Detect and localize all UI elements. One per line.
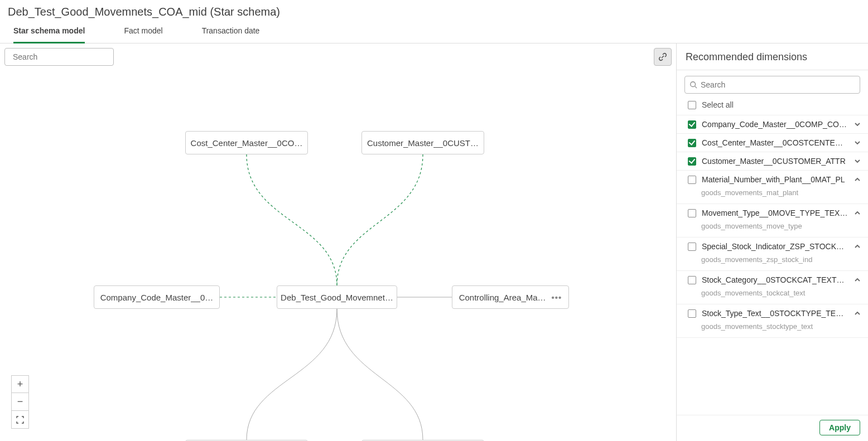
dimension-item: Company_Code_Master__0COMP_CODE_ (677, 115, 868, 134)
node-cost-center[interactable]: Cost_Center_Master__0CO… (185, 131, 308, 154)
dimension-sub-label: goods_movements_zsp_stock_ind (677, 255, 868, 270)
dimension-item: Customer_Master__0CUSTOMER_ATTR (677, 152, 868, 171)
link-icon (658, 52, 667, 61)
panel-search[interactable] (684, 76, 860, 94)
dimension-list[interactable]: Company_Code_Master__0COMP_CODE_Cost_Cen… (677, 115, 868, 415)
minus-icon: − (17, 396, 23, 408)
chevron-up-icon[interactable] (853, 176, 861, 183)
dimension-row[interactable]: Special_Stock_Indicator_ZSP_STOCK_INI (677, 238, 868, 255)
dimension-item: Movement_Type__0MOVE_TYPE_TEXT_Tgoods_mo… (677, 204, 868, 238)
dimension-checkbox[interactable] (688, 276, 696, 284)
fullscreen-icon (16, 416, 24, 424)
chevron-down-icon[interactable] (853, 139, 861, 147)
select-all-label: Select all (702, 100, 734, 109)
dimension-sub-label: goods_movements_tockcat_text (677, 289, 868, 304)
canvas-search-input[interactable] (13, 52, 110, 61)
plus-icon: + (17, 379, 23, 390)
zoom-controls: + − (11, 375, 29, 429)
dimension-label: Movement_Type__0MOVE_TYPE_TEXT_T (702, 209, 848, 217)
dimension-label: Company_Code_Master__0COMP_CODE_ (702, 120, 848, 129)
chevron-up-icon[interactable] (853, 309, 861, 317)
canvas-area[interactable]: + − Cost_Center_Master__0CO… (0, 43, 676, 441)
tab-fact-model[interactable]: Fact model (124, 26, 162, 43)
apply-button[interactable]: Apply (819, 420, 860, 435)
node-label: Company_Code_Master__0… (100, 293, 214, 302)
dimension-checkbox[interactable] (688, 243, 696, 251)
dimension-item: Cost_Center_Master__0COSTCENTER_AT (677, 134, 868, 152)
dimension-sub-label: goods_movements_stocktype_text (677, 322, 868, 337)
dimension-item: Material_Number_with_Plant__0MAT_PLgoods… (677, 171, 868, 204)
canvas-search[interactable] (4, 48, 114, 66)
node-controlling[interactable]: Controlling_Area_Ma… ••• (452, 285, 569, 309)
dimension-row[interactable]: Movement_Type__0MOVE_TYPE_TEXT_T (677, 204, 868, 222)
recommended-dimensions-panel: Recommended dimensions Select all Compan… (676, 43, 868, 441)
node-customer[interactable]: Customer_Master__0CUST… (361, 131, 484, 154)
dimension-sub-label: goods_movements_mat_plant (677, 188, 868, 203)
dimension-checkbox[interactable] (688, 139, 696, 147)
dimension-row[interactable]: Stock_Type_Text__0STOCKTYPE_TEXT_T (677, 304, 868, 322)
dimension-sub-label: goods_movements_move_type (677, 222, 868, 237)
node-label: Controlling_Area_Ma… (459, 293, 546, 302)
dimension-checkbox[interactable] (688, 176, 696, 184)
tab-bar: Star schema model Fact model Transaction… (0, 18, 868, 43)
dimension-row[interactable]: Company_Code_Master__0COMP_CODE_ (677, 115, 868, 133)
zoom-in-button[interactable]: + (11, 375, 29, 393)
dimension-label: Material_Number_with_Plant__0MAT_PL (702, 175, 848, 184)
dimension-label: Customer_Master__0CUSTOMER_ATTR (702, 157, 848, 166)
dimension-item: Stock_Category__0STOCKCAT_TEXT_TEgoods_m… (677, 271, 868, 304)
svg-line-3 (695, 86, 697, 89)
node-label: Deb_Test_Good_Movemnet… (281, 293, 393, 302)
canvas-connectors (0, 43, 676, 441)
search-icon (689, 81, 697, 89)
dimension-checkbox[interactable] (688, 120, 696, 129)
chevron-up-icon[interactable] (853, 243, 861, 250)
node-center[interactable]: Deb_Test_Good_Movemnet… (277, 285, 397, 309)
dimension-checkbox[interactable] (688, 209, 696, 217)
tab-transaction-date[interactable]: Transaction date (202, 26, 260, 43)
node-company-code[interactable]: Company_Code_Master__0… (94, 285, 220, 309)
dimension-row[interactable]: Cost_Center_Master__0COSTCENTER_AT (677, 134, 868, 152)
page-title: Deb_Test_Good_Movemnets_COA_mid (Star sc… (8, 6, 860, 18)
dimension-row[interactable]: Customer_Master__0CUSTOMER_ATTR (677, 152, 868, 170)
chevron-down-icon[interactable] (853, 120, 861, 128)
chevron-down-icon[interactable] (853, 157, 861, 165)
panel-title: Recommended dimensions (677, 43, 868, 70)
dimension-checkbox[interactable] (688, 309, 696, 318)
chevron-up-icon[interactable] (853, 209, 861, 217)
more-icon[interactable]: ••• (552, 293, 562, 302)
dimension-item: Stock_Type_Text__0STOCKTYPE_TEXT_Tgoods_… (677, 304, 868, 338)
link-toggle-button[interactable] (654, 48, 672, 66)
node-label: Customer_Master__0CUST… (367, 138, 479, 148)
dimension-label: Stock_Type_Text__0STOCKTYPE_TEXT_T (702, 309, 848, 318)
dimension-item: Special_Stock_Indicator_ZSP_STOCK_INIgoo… (677, 238, 868, 271)
select-all-checkbox[interactable] (688, 101, 696, 109)
svg-point-2 (691, 82, 696, 87)
node-label: Cost_Center_Master__0CO… (191, 138, 303, 148)
zoom-out-button[interactable]: − (11, 393, 29, 411)
zoom-fit-button[interactable] (11, 411, 29, 429)
dimension-label: Cost_Center_Master__0COSTCENTER_AT (702, 138, 848, 147)
tab-star-schema-model[interactable]: Star schema model (13, 26, 85, 43)
dimension-label: Stock_Category__0STOCKCAT_TEXT_TE (702, 275, 848, 284)
dimension-label: Special_Stock_Indicator_ZSP_STOCK_INI (702, 242, 848, 251)
panel-search-input[interactable] (701, 80, 855, 89)
dimension-row[interactable]: Material_Number_with_Plant__0MAT_PL (677, 171, 868, 188)
dimension-row[interactable]: Stock_Category__0STOCKCAT_TEXT_TE (677, 271, 868, 289)
dimension-checkbox[interactable] (688, 157, 696, 166)
chevron-up-icon[interactable] (853, 276, 861, 284)
